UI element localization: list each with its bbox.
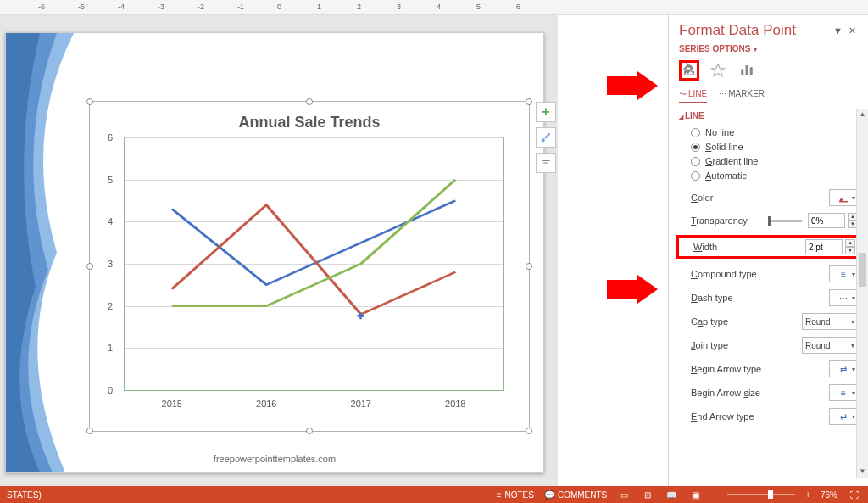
zoom-in-button[interactable]: +: [805, 490, 810, 500]
cap-type-select[interactable]: Round: [802, 313, 858, 330]
zoom-out-button[interactable]: −: [712, 490, 717, 500]
x-axis-label: 2016: [256, 399, 276, 409]
no-line-radio[interactable]: No line: [691, 127, 858, 137]
width-input[interactable]: [805, 239, 843, 254]
x-axis-label: 2015: [162, 399, 182, 409]
zoom-level[interactable]: 76%: [821, 490, 837, 500]
notes-button[interactable]: ≡NOTES: [497, 490, 534, 500]
y-axis-label: 3: [108, 259, 113, 269]
ruler-mark: 0: [277, 3, 281, 11]
y-axis-label: 6: [108, 132, 113, 143]
begin-arrow-size-dropdown[interactable]: ≡: [829, 384, 858, 401]
selection-handle[interactable]: [526, 428, 532, 434]
pane-category-tabs: [679, 60, 858, 81]
svg-rect-3: [741, 70, 743, 76]
transparency-slider[interactable]: [768, 220, 802, 222]
chart-object[interactable]: Annual Sale Trends 6 5 4 3 2 1 0 2015 20…: [89, 101, 530, 432]
cap-type-row: Cap type Round: [679, 313, 858, 330]
selection-handle[interactable]: [526, 263, 532, 270]
fit-to-window-icon[interactable]: ⛶: [848, 489, 861, 500]
status-bar: STATES) ≡NOTES 💬COMMENTS ▭ ⊞ 📖 ▣ − + 76%…: [0, 486, 868, 503]
end-arrow-type-dropdown[interactable]: ⇄: [829, 408, 858, 425]
slide[interactable]: Annual Sale Trends 6 5 4 3 2 1 0 2015 20…: [5, 32, 544, 473]
selection-handle[interactable]: [526, 98, 532, 105]
line-style-radio-group: No line Solid line Gradient line Automat…: [679, 127, 858, 181]
slideshow-icon[interactable]: ▣: [688, 489, 702, 500]
red-arrow-icon: [607, 275, 658, 304]
horizontal-ruler: -6 -5 -4 -3 -2 -1 0 1 2 3 4 5 6: [0, 0, 868, 15]
compound-type-row: Compound type ≡: [679, 265, 858, 282]
transparency-row: Transparency ▲▼: [679, 213, 858, 228]
chart-filter-button[interactable]: [536, 153, 556, 173]
comments-button[interactable]: 💬COMMENTS: [544, 490, 607, 500]
width-spinner[interactable]: ▲▼: [845, 239, 855, 254]
scroll-down-icon[interactable]: ▼: [857, 466, 868, 478]
svg-marker-0: [607, 71, 658, 100]
zoom-slider[interactable]: [727, 494, 795, 495]
dash-type-dropdown[interactable]: ⋯: [829, 289, 858, 306]
selection-handle[interactable]: [86, 98, 93, 105]
join-type-select[interactable]: Round: [802, 337, 858, 354]
slide-editor-area[interactable]: Annual Sale Trends 6 5 4 3 2 1 0 2015 20…: [0, 15, 558, 486]
slide-footer-text: freepowerpointtemplates.com: [6, 454, 543, 464]
selection-handle[interactable]: [86, 428, 93, 434]
format-data-point-pane: Format Data Point ▼ ✕ SERIES OPTIONS 〜LI…: [668, 15, 868, 486]
compound-type-dropdown[interactable]: ≡: [829, 265, 858, 282]
chart-lines[interactable]: [125, 137, 503, 390]
ruler-mark: 5: [476, 3, 481, 11]
color-picker-button[interactable]: [829, 189, 858, 206]
pane-scrollbar[interactable]: ▲ ▼: [856, 109, 868, 478]
pane-close-button[interactable]: ▼ ✕: [833, 25, 858, 36]
ruler-mark: -4: [118, 3, 125, 11]
chart-add-element-button[interactable]: +: [536, 102, 556, 122]
normal-view-icon[interactable]: ▭: [617, 489, 631, 500]
width-label: Width: [693, 242, 717, 252]
status-left-text: STATES): [7, 490, 42, 500]
annotation-layer: [558, 15, 668, 486]
selection-handle[interactable]: [86, 263, 93, 270]
begin-arrow-size-row: Begin Arrow size ≡: [679, 384, 858, 401]
y-axis-label: 5: [108, 175, 113, 185]
scroll-up-icon[interactable]: ▲: [857, 109, 868, 120]
effects-tab-icon[interactable]: [708, 60, 728, 81]
y-axis-label: 2: [108, 301, 113, 311]
svg-rect-5: [750, 67, 753, 75]
color-label: Color: [691, 193, 713, 203]
chart-plot-area[interactable]: 6 5 4 3 2 1 0 2015 2016 2017 2018: [124, 137, 504, 391]
end-arrow-type-row: End Arrow type ⇄: [679, 408, 858, 425]
selection-handle[interactable]: [306, 98, 313, 105]
reading-view-icon[interactable]: 📖: [665, 489, 678, 500]
begin-arrow-type-dropdown[interactable]: ⇄: [829, 360, 858, 377]
svg-marker-2: [712, 64, 725, 76]
solid-line-radio[interactable]: Solid line: [691, 142, 858, 152]
slide-background-wave: [6, 33, 74, 472]
chart-styles-button[interactable]: [536, 127, 556, 148]
series-options-dropdown[interactable]: SERIES OPTIONS: [679, 44, 858, 53]
scroll-thumb[interactable]: [859, 253, 866, 287]
svg-rect-4: [746, 65, 748, 75]
line-sub-tab[interactable]: 〜LINE: [679, 89, 707, 103]
begin-arrow-type-row: Begin Arrow type ⇄: [679, 360, 858, 377]
ruler-mark: -3: [158, 3, 164, 11]
selection-handle[interactable]: [306, 428, 313, 434]
ruler-mark: -5: [78, 3, 85, 11]
svg-marker-1: [607, 275, 658, 304]
line-section-header[interactable]: LINE: [679, 111, 858, 120]
chart-tools: +: [536, 102, 556, 173]
automatic-radio[interactable]: Automatic: [691, 170, 858, 181]
ruler-mark: -2: [198, 3, 204, 11]
transparency-input[interactable]: [808, 213, 845, 228]
gradient-line-radio[interactable]: Gradient line: [691, 156, 858, 166]
chart-title[interactable]: Annual Sale Trends: [90, 102, 529, 137]
series-options-tab-icon[interactable]: [737, 60, 757, 81]
red-arrow-icon: [607, 71, 658, 100]
slide-sorter-icon[interactable]: ⊞: [641, 489, 654, 500]
fill-line-tab-icon[interactable]: [679, 60, 699, 81]
dash-type-row: Dash type ⋯: [679, 289, 858, 306]
x-axis-label: 2017: [351, 399, 371, 409]
y-axis-label: 4: [108, 216, 113, 226]
ruler-mark: -6: [38, 3, 45, 11]
marker-sub-tab[interactable]: ⋯MARKER: [719, 89, 765, 103]
y-axis-label: 1: [108, 343, 113, 353]
width-row: Width ▲▼: [676, 235, 860, 259]
